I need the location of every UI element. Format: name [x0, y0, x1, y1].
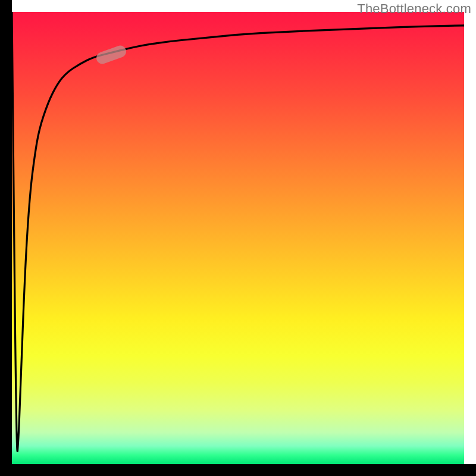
x-axis: [0, 464, 476, 476]
plot-area: [12, 12, 464, 464]
watermark-text: TheBottleneck.com: [357, 1, 471, 17]
chart-container: TheBottleneck.com: [0, 0, 476, 476]
gradient-background: [12, 12, 464, 464]
y-axis: [0, 0, 12, 464]
